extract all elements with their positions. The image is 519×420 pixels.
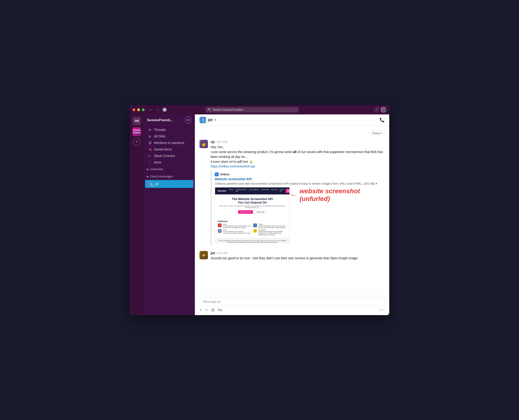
call-button[interactable]: 📞 [379, 117, 385, 123]
js-platform: JS JavaScriptJavaScript developers get r… [253, 229, 287, 236]
urlbox-nav: URLBOX DOCS SCREENSHOT API CUSTOMERS COM… [215, 188, 289, 195]
workspace-header[interactable]: SussexFound... ✏ [144, 114, 195, 126]
history-button[interactable]: 🕐 [162, 107, 167, 112]
avatar-face-jot: 🧔 [200, 251, 208, 259]
sidebar-section-direct-messages[interactable]: ▶ Direct messages [144, 173, 195, 180]
dms-arrow-icon: ▶ [147, 175, 149, 178]
unfurl-card: U Urlbox Website screenshot API Urlbox's… [211, 170, 385, 245]
search-icon: 🔍 [208, 108, 211, 111]
forward-button[interactable]: → [156, 108, 160, 112]
add-workspace-button[interactable]: + [133, 138, 141, 146]
message-text-cjr: Hey Jon, I just came across this amazing… [211, 145, 385, 164]
sidebar: SussexFound... ✏ ⊘ Threads ◎ All DMs @ M… [144, 114, 195, 315]
sidebar-label-threads: Threads [154, 128, 166, 132]
unfurl-brand-name: Urlbox [220, 172, 230, 176]
minimize-button[interactable] [137, 108, 140, 111]
python-platform: P PythonPython developers get more accur… [253, 224, 287, 228]
sidebar-item-threads[interactable]: ⊘ Threads [145, 127, 193, 133]
php-text: PHPPHP developers get website screenshot… [223, 229, 251, 234]
channel-name[interactable]: J jot ▾ [200, 117, 216, 123]
platforms-title: Platforms [218, 220, 251, 223]
time-jot: 4:01 PM [217, 252, 227, 255]
arrow-right-icon: ← [290, 191, 297, 199]
send-button-group[interactable]: ➤ ▾ [379, 308, 385, 312]
close-button[interactable] [133, 108, 135, 111]
sidebar-item-jot[interactable]: J jot [145, 180, 193, 188]
ruby-platform: R RubyRuby developers get screenshots as… [218, 224, 251, 228]
sidebar-item-all-dms[interactable]: ◎ All DMs [145, 133, 193, 140]
date-pill[interactable]: Today ▾ [369, 130, 385, 136]
signin-link: SIGN IN [280, 189, 283, 193]
php-platform: P PHPPHP developers get website screensh… [218, 229, 251, 234]
channels-label: Channels [150, 167, 163, 171]
sidebar-item-slack-connect[interactable]: ◇ Slack Connect [145, 153, 193, 159]
sidebar-item-mentions[interactable]: @ Mentions & reactions [145, 140, 193, 146]
channel-name-text: jot [208, 118, 213, 122]
help-button[interactable]: ? [374, 107, 378, 112]
mention-button[interactable]: @ [211, 308, 215, 312]
titlebar: ← → 🕐 🔍 Search SussexFounders ? [130, 105, 389, 114]
urlbox-platforms: Platforms R RubyRuby developers get scre… [215, 218, 289, 238]
quick-start-button: Quick start [254, 210, 266, 214]
format-button[interactable]: Aa [218, 308, 222, 312]
workspace-icon[interactable]: SUSSEXFOUNDERS [133, 128, 141, 136]
sidebar-label-slack-connect: Slack Connect [154, 154, 175, 158]
ruby-icon: R [218, 224, 222, 227]
date-divider: Today ▾ [200, 130, 385, 136]
python-icon: P [253, 224, 257, 227]
time-cjr: 3:57 PM [217, 141, 227, 144]
emoji-button[interactable]: ☺ [204, 308, 208, 312]
message-cjr: 🧑 cjr 3:57 PM Hey Jon, I just came acros… [200, 140, 385, 245]
titlebar-right: ? [374, 107, 386, 113]
message-meta-cjr: cjr 3:57 PM [211, 140, 385, 144]
sidebar-item-more[interactable]: ⋮ More [145, 159, 193, 165]
unfurl-title[interactable]: Website screenshot API [215, 177, 381, 181]
unfurl-description-text: Urlbox's powerful and well documented sc… [215, 182, 375, 185]
threads-icon: ⊘ [148, 128, 152, 132]
send-icon[interactable]: ➤ [379, 308, 383, 312]
workspace-bar: SM SUSSEXFOUNDERS + [130, 114, 144, 315]
sidebar-section-channels[interactable]: ▶ Channels [144, 165, 195, 173]
search-bar[interactable]: 🔍 Search SussexFounders [206, 107, 299, 112]
unfurl-desc: Urlbox's powerful and well documented sc… [215, 182, 381, 185]
js-icon: JS [253, 229, 257, 233]
notification-badge [377, 107, 379, 109]
urlbox-footer: We're profitable, privately owned, and w… [215, 238, 289, 243]
message-content-cjr: cjr 3:57 PM Hey Jon, I just came across … [211, 140, 385, 245]
js-text: JavaScriptJavaScript developers get reli… [258, 229, 287, 236]
sidebar-label-more: More [154, 160, 161, 164]
message-jot: 🧔 jot 4:01 PM Sounds too good to be true… [200, 251, 385, 261]
urlbox-link[interactable]: https://urlbox.io/screenshot-api [211, 165, 255, 168]
channels-arrow-icon: ▶ [147, 168, 149, 171]
search-placeholder: Search SussexFounders [213, 108, 243, 111]
back-button[interactable]: ← [149, 108, 153, 112]
ruby-text: RubyRuby developers get screenshots as a… [223, 224, 251, 228]
chevron-down-icon: ▾ [214, 118, 216, 122]
saved-icon: 🔖 [148, 147, 152, 151]
avatar-letter: J [202, 118, 204, 122]
annotation-arrow-group: ← website screenshot (unfurled) [290, 187, 381, 203]
maximize-button[interactable] [142, 108, 145, 111]
user-avatar[interactable] [380, 107, 386, 113]
main-header: J jot ▾ 📞 [195, 114, 389, 126]
message-meta-jot: jot 4:01 PM [211, 251, 385, 255]
add-icon: + [136, 139, 138, 144]
sidebar-label-all-dms: All DMs [154, 135, 165, 138]
message-input-area: Message jot + ☺ @ Aa ➤ ▾ [195, 294, 389, 315]
message-input[interactable]: Message jot [200, 297, 385, 306]
free-trial-button: FREE TRIAL [286, 189, 290, 193]
workspace-name: SussexFound... [147, 118, 183, 122]
workspace-avatar[interactable]: SM [133, 117, 141, 125]
add-attachment-button[interactable]: + [200, 308, 202, 312]
docs-link: DOCS [229, 189, 234, 193]
slack-connect-icon: ◇ [148, 154, 152, 158]
compose-button[interactable]: ✏ [185, 117, 192, 123]
messages-area[interactable]: Today ▾ 🧑 cjr 3:57 PM Hey Jon, [195, 126, 389, 294]
screenshot-api-link: SCREENSHOT API [236, 189, 247, 193]
unfurl-brand: U Urlbox [215, 172, 381, 176]
send-dropdown-icon[interactable]: ▾ [383, 308, 385, 312]
urlbox-screenshot-preview: URLBOX DOCS SCREENSHOT API CUSTOMERS COM… [215, 187, 290, 243]
message-toolbar: + ☺ @ Aa ➤ ▾ [200, 308, 385, 312]
sidebar-item-saved[interactable]: 🔖 Saved items [145, 146, 193, 153]
dms-label: Direct messages [150, 175, 173, 178]
